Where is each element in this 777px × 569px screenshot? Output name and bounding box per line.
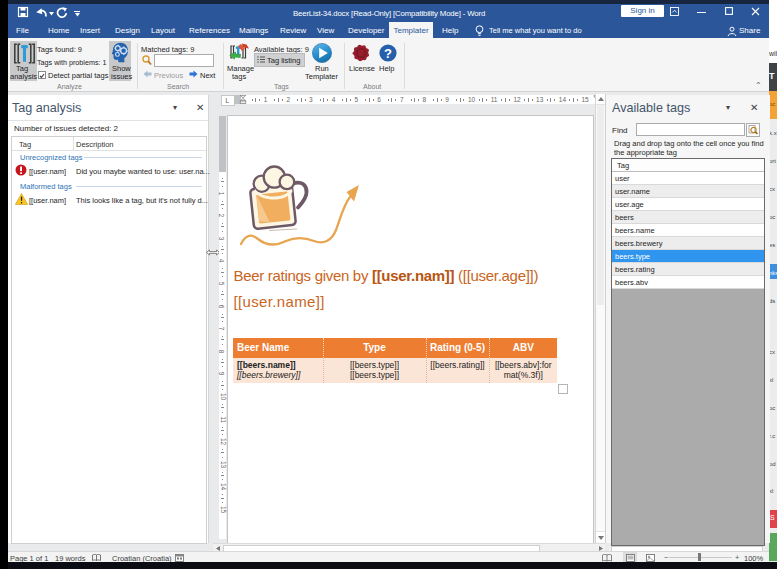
svg-text:?: ? [384, 45, 392, 60]
